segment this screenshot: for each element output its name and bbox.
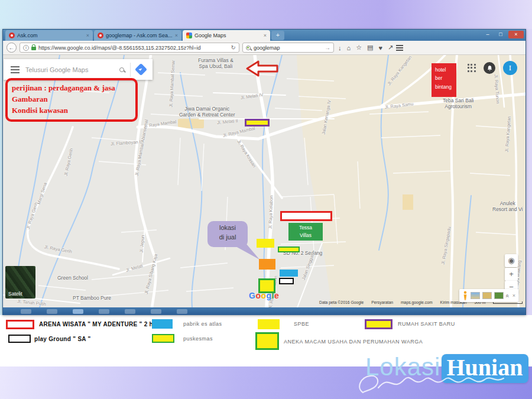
url-bar[interactable]: i https://www.google.co.id/maps/@-8.5561… [20,43,239,53]
url-text[interactable]: https://www.google.co.id/maps/@-8.556155… [38,45,229,51]
presentation-slide: Ask.com×googlemap - Ask.com Sea...×Googl… [0,0,532,399]
page-info-icon[interactable]: i [23,45,29,51]
star-icon[interactable]: ☆ [356,44,362,51]
browser-tab[interactable]: Ask.com× [5,30,93,41]
download-icon[interactable]: ↓ [338,44,342,51]
watermark-word-lokasi: Lokasi [365,353,440,381]
maps-menu-icon[interactable] [11,69,20,70]
browser-tab[interactable]: googlemap - Ask.com Sea...× [94,30,181,41]
account-avatar[interactable]: I [503,61,517,75]
google-logo: Google [249,291,279,300]
apps-grid-icon[interactable] [468,64,476,72]
search-go-icon[interactable]: → [325,44,330,51]
google-maps-canvas[interactable]: Furama Villas &Spa Ubud, BaliJiwa Damai … [3,55,525,307]
divider [130,63,131,77]
maps-search-input[interactable]: Telusuri Google Maps [25,66,113,73]
my-location-button[interactable]: ◉ [505,254,518,267]
notifications-bell-icon[interactable] [484,62,495,74]
taskbar-icon[interactable] [151,309,161,314]
taskbar-icon[interactable] [99,309,109,314]
tab-label: Google Maps [194,33,261,38]
tab-close-icon[interactable]: × [86,33,89,38]
attribution-item: Data peta ©2016 Google [319,300,364,304]
maps-search-panel[interactable]: Telusuri Google Maps [4,59,153,80]
map-style-thumbnail[interactable] [494,292,504,299]
browser-tabs: Ask.com×googlemap - Ask.com Sea...×Googl… [3,30,271,41]
close-button[interactable]: × [508,31,524,38]
maps-search-icon[interactable] [119,67,124,72]
taskbar-icon[interactable] [21,309,31,314]
share-icon[interactable]: ↗ [388,44,393,51]
watermark: LokasiHunian [365,353,528,381]
hotel-berbintang-annotation: hotelberbintang [432,63,456,97]
map-style-thumbnail[interactable] [471,292,480,299]
collapse-chevron-icon[interactable]: « [504,294,511,297]
taskbar-icon[interactable] [125,309,135,314]
directions-icon[interactable] [135,63,147,76]
new-tab-button[interactable]: + [271,31,284,40]
tab-close-icon[interactable]: × [264,33,267,38]
map-style-thumbnail[interactable] [482,292,492,299]
lokasi-dijual-callout: lokasidi jual [207,221,248,247]
search-engine-icon [246,46,251,50]
toolbar-icons: ↓⌂☆▤♥↗ [338,44,393,51]
tab-close-icon[interactable]: × [175,33,178,38]
google-logo-letter: g [267,291,272,300]
google-logo-letter: e [274,291,279,300]
google-logo-letter: o [261,291,266,300]
maps-favicon-icon [186,33,192,38]
bookmarks-icon[interactable]: ▤ [367,44,373,51]
browser-tab-bar: Ask.com×googlemap - Ask.com Sea...×Googl… [3,30,525,41]
maps-top-right-icons: I [468,61,517,75]
taskbar-icon[interactable] [73,309,83,314]
attribution-item[interactable]: Persyaratan [371,300,393,304]
google-logo-letter: G [249,291,255,300]
https-lock-icon [31,47,36,50]
minimize-button[interactable]: – [482,31,493,38]
pocket-icon[interactable]: ♥ [378,44,382,51]
taskbar-icon[interactable] [177,309,187,314]
slide-top-band [0,0,532,29]
watermark-word-hunian: Hunian [442,354,528,383]
satellite-label: Satelit [8,291,22,297]
browser-window: Ask.com×googlemap - Ask.com Sea...×Googl… [2,29,526,315]
red-arrow-annotation [245,60,280,77]
ask-favicon-icon [98,33,103,38]
attribution-item[interactable]: maps.google.com [401,300,433,304]
windows-taskbar [3,307,525,315]
menu-icon[interactable] [396,47,403,48]
home-icon[interactable]: ⌂ [347,44,351,51]
browser-navbar: ← i https://www.google.co.id/maps/@-8.55… [3,41,525,55]
zoom-in-button[interactable]: + [505,268,518,281]
reload-button[interactable]: ↻ [231,44,236,51]
satellite-toggle-thumbnail[interactable]: Satelit [5,266,35,299]
close-icon[interactable]: × [512,293,515,299]
restore-button[interactable]: □ [495,31,506,38]
tab-label: Ask.com [17,33,84,38]
browser-search-box[interactable]: googlemap → [242,43,334,53]
back-button[interactable]: ← [7,43,17,53]
taskbar-icon[interactable] [47,309,57,314]
search-query-text[interactable]: googlemap [254,45,280,51]
pegman-icon[interactable] [462,291,468,301]
streetview-pegman-bar: « × [459,289,518,302]
permit-annotation-box: perijinan : perdagangan & jasaGambaranKo… [5,78,138,122]
browser-tab[interactable]: Google Maps× [183,30,270,41]
tab-label: googlemap - Ask.com Sea... [106,33,173,38]
window-controls: –□× [482,31,524,38]
ask-favicon-icon [9,33,15,38]
